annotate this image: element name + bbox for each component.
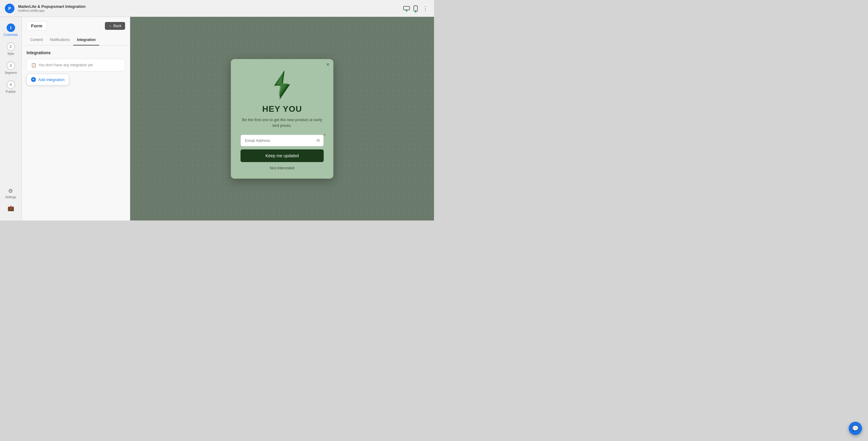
- step-publish[interactable]: 4 Publish: [4, 78, 18, 95]
- topbar: P MailerLite & Popupsmart Integration tr…: [0, 0, 434, 17]
- add-integration-button[interactable]: + Add integration: [27, 74, 69, 85]
- settings-icon: ⚙: [8, 188, 13, 194]
- popup-close-button[interactable]: ✕: [326, 62, 330, 67]
- tab-notifications[interactable]: Notifications: [46, 35, 73, 45]
- step-segment[interactable]: 3 Segment: [3, 60, 19, 76]
- popup-email-wrap: * ✉: [241, 135, 324, 147]
- main-layout: 1 Customize 2 Style 3 Segment 4 Publish …: [0, 17, 434, 220]
- topbar-subtitle: trialfirst.netlify.app: [18, 9, 400, 12]
- svg-point-4: [415, 10, 416, 10]
- step-4-circle: 4: [7, 81, 15, 89]
- briefcase-button[interactable]: 💼: [6, 203, 16, 213]
- tab-content[interactable]: Content: [27, 35, 46, 45]
- integration-empty-state: 📋 You don't have any integration yet: [27, 59, 125, 71]
- back-arrow-icon: ←: [108, 24, 112, 28]
- popup-dismiss-link[interactable]: Not interested: [270, 166, 294, 170]
- panel-header: Form ← Back: [22, 17, 130, 35]
- settings-button[interactable]: ⚙ Settings: [3, 186, 18, 200]
- integrations-section-title: Integrations: [27, 50, 125, 55]
- topbar-title-area: MailerLite & Popupsmart Integration tria…: [18, 4, 400, 12]
- back-button-label: Back: [113, 24, 121, 28]
- panel-title: Form: [27, 21, 47, 30]
- step-style[interactable]: 2 Style: [5, 41, 17, 57]
- required-star: *: [324, 133, 326, 138]
- step-2-label: Style: [7, 52, 14, 56]
- topbar-actions: ⋮: [403, 4, 429, 13]
- settings-label: Settings: [5, 195, 16, 199]
- step-1-circle: 1: [7, 24, 15, 32]
- step-3-circle: 3: [7, 61, 15, 70]
- more-options-button[interactable]: ⋮: [421, 4, 429, 13]
- popup-card: ✕ HEY YOU Be the first one to get the ne…: [231, 59, 333, 179]
- popup-subtext: Be the first one to get the new product …: [241, 117, 324, 129]
- briefcase-icon: 💼: [7, 205, 14, 212]
- step-4-label: Publish: [6, 90, 16, 93]
- panel: Form ← Back Content Notifications Integr…: [22, 17, 130, 220]
- popup-heading: HEY YOU: [262, 104, 302, 114]
- popup-email-input[interactable]: [241, 135, 324, 147]
- desktop-view-button[interactable]: [403, 6, 410, 11]
- popup-submit-button[interactable]: Keep me updated: [241, 149, 324, 162]
- popup-logo: [270, 70, 294, 100]
- app-logo[interactable]: P: [5, 4, 14, 13]
- svg-rect-0: [404, 6, 410, 10]
- tabs: Content Notifications Integration: [22, 35, 130, 45]
- step-1-label: Customize: [4, 33, 18, 36]
- add-integration-label: Add integration: [38, 77, 64, 82]
- tab-integration[interactable]: Integration: [73, 35, 99, 45]
- step-customize[interactable]: 1 Customize: [2, 22, 20, 38]
- step-2-circle: 2: [7, 42, 15, 51]
- mobile-view-button[interactable]: [413, 5, 418, 11]
- back-button[interactable]: ← Back: [105, 22, 125, 30]
- panel-content: Integrations 📋 You don't have any integr…: [22, 45, 130, 90]
- steps-sidebar: 1 Customize 2 Style 3 Segment 4 Publish …: [0, 17, 22, 220]
- preview-area: ✕ HEY YOU Be the first one to get the ne…: [130, 17, 434, 220]
- email-icon: ✉: [316, 138, 320, 143]
- plus-icon: +: [31, 77, 36, 82]
- integration-empty-text: You don't have any integration yet: [38, 63, 93, 67]
- topbar-title: MailerLite & Popupsmart Integration: [18, 4, 400, 9]
- integration-empty-icon: 📋: [31, 63, 36, 67]
- step-3-label: Segment: [4, 71, 17, 74]
